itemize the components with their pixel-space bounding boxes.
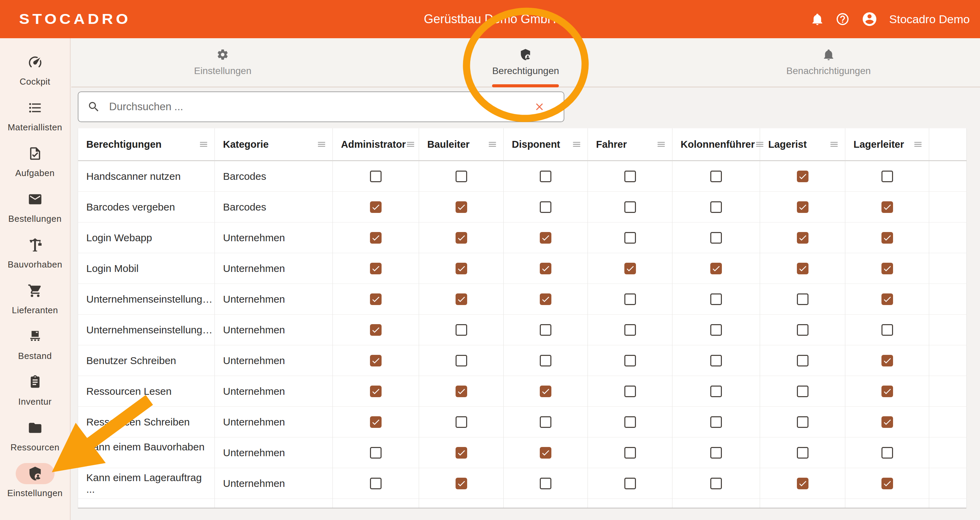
search-input[interactable] [109, 100, 534, 113]
permission-checkbox-fahrer[interactable] [624, 293, 636, 305]
bell-icon[interactable] [811, 13, 824, 26]
column-menu-icon[interactable] [913, 140, 923, 149]
permission-checkbox-fahrer[interactable] [624, 386, 636, 397]
permission-checkbox-kolonnenf-hrer[interactable] [710, 447, 722, 459]
permission-checkbox-bauleiter[interactable] [455, 324, 467, 336]
permission-checkbox-disponent[interactable] [540, 386, 551, 397]
permission-checkbox-lagerist[interactable] [797, 386, 808, 397]
column-menu-icon[interactable] [406, 140, 415, 149]
permission-checkbox-kolonnenf-hrer[interactable] [710, 478, 722, 489]
permission-checkbox-bauleiter[interactable] [455, 386, 467, 397]
permission-checkbox-fahrer[interactable] [624, 416, 636, 428]
permission-checkbox-disponent[interactable] [540, 355, 551, 367]
permission-checkbox-lagerist[interactable] [797, 201, 808, 213]
column-menu-icon[interactable] [199, 140, 208, 149]
sidebar-item-einstellungen[interactable]: Einstellungen [0, 458, 70, 504]
permission-checkbox-lagerleiter[interactable] [881, 232, 893, 244]
permission-checkbox-fahrer[interactable] [624, 478, 636, 489]
permission-checkbox-lagerleiter[interactable] [881, 171, 893, 182]
permission-checkbox-kolonnenf-hrer[interactable] [710, 324, 722, 336]
permission-checkbox-administrator[interactable] [370, 263, 382, 274]
permission-checkbox-lagerleiter[interactable] [881, 478, 893, 489]
permission-checkbox-lagerist[interactable] [797, 293, 808, 305]
permission-checkbox-lagerleiter[interactable] [881, 201, 893, 213]
permission-checkbox-lagerist[interactable] [797, 263, 808, 274]
user-name[interactable]: Stocadro Demo [889, 13, 970, 26]
account-circle-icon[interactable] [861, 11, 878, 27]
permission-checkbox-disponent[interactable] [540, 447, 551, 459]
permission-checkbox-fahrer[interactable] [624, 201, 636, 213]
permission-checkbox-disponent[interactable] [540, 171, 551, 182]
permission-checkbox-fahrer[interactable] [624, 355, 636, 367]
permission-checkbox-lagerleiter[interactable] [881, 447, 893, 459]
permission-checkbox-kolonnenf-hrer[interactable] [710, 232, 722, 244]
permission-checkbox-bauleiter[interactable] [455, 171, 467, 182]
permission-checkbox-kolonnenf-hrer[interactable] [710, 355, 722, 367]
permission-checkbox-administrator[interactable] [370, 171, 382, 182]
sidebar-item-aufgaben[interactable]: Aufgaben [0, 138, 70, 183]
column-menu-icon[interactable] [572, 140, 581, 149]
permission-checkbox-kolonnenf-hrer[interactable] [710, 293, 722, 305]
permission-checkbox-bauleiter[interactable] [455, 447, 467, 459]
permission-checkbox-lagerleiter[interactable] [881, 355, 893, 367]
permission-checkbox-kolonnenf-hrer[interactable] [710, 386, 722, 397]
column-menu-icon[interactable] [656, 140, 666, 149]
permission-checkbox-kolonnenf-hrer[interactable] [710, 416, 722, 428]
permission-checkbox-kolonnenf-hrer[interactable] [710, 171, 722, 182]
permission-checkbox-lagerleiter[interactable] [881, 386, 893, 397]
permission-checkbox-disponent[interactable] [540, 263, 551, 274]
permission-checkbox-administrator[interactable] [370, 293, 382, 305]
permission-checkbox-fahrer[interactable] [624, 447, 636, 459]
permission-checkbox-disponent[interactable] [540, 416, 551, 428]
sidebar-item-bauvorhaben[interactable]: Bauvorhaben [0, 229, 70, 275]
permission-checkbox-lagerleiter[interactable] [881, 263, 893, 274]
permission-checkbox-disponent[interactable] [540, 293, 551, 305]
permission-checkbox-fahrer[interactable] [624, 232, 636, 244]
permission-checkbox-disponent[interactable] [540, 324, 551, 336]
permission-checkbox-lagerist[interactable] [797, 232, 808, 244]
permission-checkbox-bauleiter[interactable] [455, 201, 467, 213]
column-menu-icon[interactable] [317, 140, 326, 149]
permission-checkbox-administrator[interactable] [370, 232, 382, 244]
permission-checkbox-lagerist[interactable] [797, 478, 808, 489]
permission-checkbox-lagerist[interactable] [797, 355, 808, 367]
permission-checkbox-disponent[interactable] [540, 232, 551, 244]
clear-search-icon[interactable] [534, 101, 545, 113]
permission-checkbox-fahrer[interactable] [624, 171, 636, 182]
permission-checkbox-bauleiter[interactable] [455, 478, 467, 489]
permission-checkbox-lagerist[interactable] [797, 447, 808, 459]
app-logo[interactable]: STOCADRO [19, 11, 131, 27]
help-icon[interactable] [835, 12, 850, 26]
sidebar-item-bestand[interactable]: Bestand [0, 321, 70, 367]
permission-checkbox-disponent[interactable] [540, 201, 551, 213]
column-menu-icon[interactable] [488, 140, 497, 149]
permission-checkbox-bauleiter[interactable] [455, 263, 467, 274]
sidebar-item-lieferanten[interactable]: Lieferanten [0, 275, 70, 321]
permission-checkbox-bauleiter[interactable] [455, 232, 467, 244]
permission-checkbox-bauleiter[interactable] [455, 416, 467, 428]
sidebar-item-cockpit[interactable]: Cockpit [0, 46, 70, 92]
tab-berechtigungen[interactable]: Berechtigungen [374, 38, 677, 87]
permission-checkbox-lagerleiter[interactable] [881, 324, 893, 336]
permission-checkbox-administrator[interactable] [370, 447, 382, 459]
permission-checkbox-lagerleiter[interactable] [881, 293, 893, 305]
permission-checkbox-bauleiter[interactable] [455, 293, 467, 305]
permission-checkbox-administrator[interactable] [370, 416, 382, 428]
permission-checkbox-bauleiter[interactable] [455, 355, 467, 367]
column-menu-icon[interactable] [829, 140, 839, 149]
permission-checkbox-lagerist[interactable] [797, 171, 808, 182]
sidebar-item-ressourcen[interactable]: Ressourcen [0, 412, 70, 458]
permission-checkbox-administrator[interactable] [370, 386, 382, 397]
permission-checkbox-kolonnenf-hrer[interactable] [710, 263, 722, 274]
permission-checkbox-administrator[interactable] [370, 478, 382, 489]
tab-benachrichtigungen[interactable]: Benachrichtigungen [677, 38, 980, 87]
permission-checkbox-lagerleiter[interactable] [881, 416, 893, 428]
sidebar-item-inventur[interactable]: Inventur [0, 367, 70, 412]
permission-checkbox-fahrer[interactable] [624, 324, 636, 336]
permission-checkbox-kolonnenf-hrer[interactable] [710, 201, 722, 213]
permission-checkbox-administrator[interactable] [370, 201, 382, 213]
sidebar-item-bestellungen[interactable]: Bestellungen [0, 183, 70, 229]
permission-checkbox-administrator[interactable] [370, 324, 382, 336]
permission-checkbox-fahrer[interactable] [624, 263, 636, 274]
permission-checkbox-administrator[interactable] [370, 355, 382, 367]
